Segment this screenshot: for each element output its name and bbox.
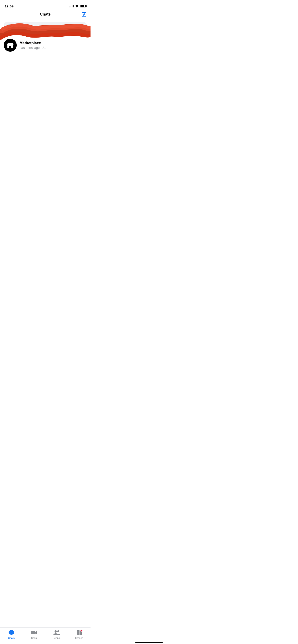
wifi-icon xyxy=(75,5,79,8)
search-placeholder: Search xyxy=(13,24,24,28)
search-bar[interactable]: 🔍 Search xyxy=(4,22,87,30)
battery-icon xyxy=(80,5,86,8)
page-title: Chats xyxy=(40,12,51,17)
marketplace-name: Marketplace xyxy=(20,41,87,45)
marketplace-avatar xyxy=(4,39,17,52)
header: Chats xyxy=(0,10,91,19)
svg-rect-2 xyxy=(7,44,14,45)
marketplace-info: Marketplace Last message · Sat xyxy=(20,41,87,50)
marketplace-icon xyxy=(6,41,15,50)
signal-icon xyxy=(69,5,74,8)
status-bar: 12:09 xyxy=(0,0,91,10)
chat-item-marketplace[interactable]: Marketplace Last message · Sat xyxy=(4,36,87,54)
chat-list: Marketplace Last message · Sat xyxy=(0,36,91,54)
status-icons xyxy=(69,5,86,8)
status-time: 12:09 xyxy=(5,4,14,8)
compose-button[interactable] xyxy=(81,12,87,18)
search-container: 🔍 Search xyxy=(0,20,91,31)
svg-rect-0 xyxy=(82,12,86,17)
search-icon: 🔍 xyxy=(8,24,11,28)
compose-icon xyxy=(81,12,87,18)
marketplace-preview: Last message · Sat xyxy=(20,46,87,50)
